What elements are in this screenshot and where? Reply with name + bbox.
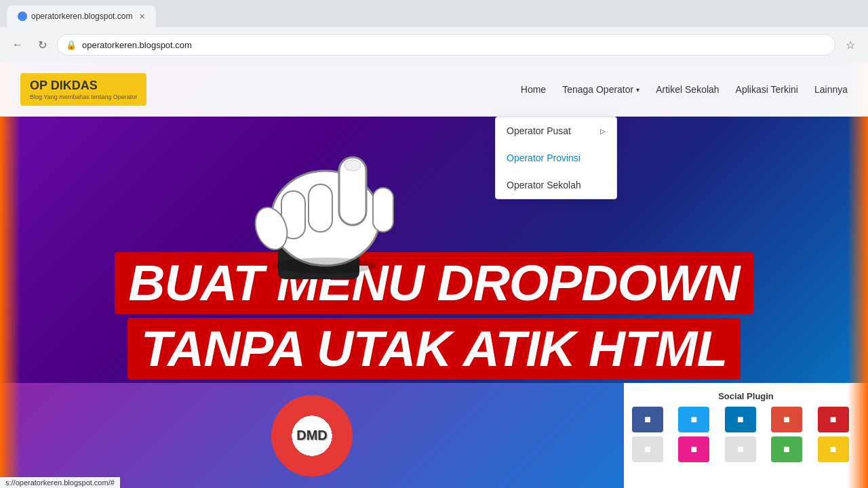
nav-home[interactable]: Home [521,84,546,95]
nav-artikel-sekolah[interactable]: Artikel Sekolah [656,84,719,95]
blog-navigation: Home Tenaga Operator ▾ Artikel Sekolah A… [521,84,848,95]
bottom-screenshots: DMD Social Plugin ■ ■ ■ ■ ■ [0,383,868,488]
video-title-overlay: BUAT MENU DROPDOWN TANPA UTAK ATIK HTML [0,252,868,380]
lock-icon: 🔒 [66,40,77,50]
back-button[interactable]: ← [8,35,27,54]
address-bar[interactable]: 🔒 operatorkeren.blogspot.com [57,34,835,56]
blog-header: OP DIKDAS Blog Yang membahas tentang Ope… [0,62,868,117]
social-icon-2-3[interactable]: ■ [725,436,756,462]
social-plugin-title: Social Plugin [632,391,860,401]
social-icon-twitter[interactable]: ■ [678,407,709,432]
status-bar: s://operatorkeren.blogspot.com/# [0,477,120,488]
nav-tenaga-operator[interactable]: Tenaga Operator ▾ [562,84,639,95]
social-icon-google[interactable]: ■ [771,407,802,432]
social-icon-facebook[interactable]: ■ [632,407,663,432]
blog-logo: OP DIKDAS Blog Yang membahas tentang Ope… [20,73,146,106]
nav-lainnya[interactable]: Lainnya [814,84,848,95]
video-container: OP DIKDAS Blog Yang membahas tentang Ope… [0,62,868,488]
expand-icon: ▷ [600,127,606,135]
social-icons-grid: ■ ■ ■ ■ ■ ■ ■ [632,407,860,462]
pinterest-icon: ■ [830,413,837,426]
nav-aplikasi-terkini[interactable]: Aplikasi Terkini [736,84,798,95]
whatsapp-icon: ■ [783,443,790,455]
imdb-icon: ■ [830,443,837,455]
dropdown-arrow-icon: ▾ [636,86,639,94]
facebook-icon: ■ [644,413,651,426]
logo-title: OP DIKDAS [30,79,137,94]
social-icon-whatsapp[interactable]: ■ [771,436,802,462]
svg-point-8 [275,258,376,274]
tab-favicon [18,12,27,21]
tab-title: operatorkeren.blogspot.com [31,12,132,21]
social-icon-imdb[interactable]: ■ [818,436,849,462]
bottom-right-screenshot: Social Plugin ■ ■ ■ ■ ■ ■ [624,383,868,488]
tab-bar: operatorkeren.blogspot.com × [7,0,156,27]
nav-tenaga-label: Tenaga Operator [562,84,633,95]
dropdown-item-label-sekolah: Operator Sekolah [507,180,581,190]
instagram-icon: ■ [691,443,698,455]
browser-toolbar: ← ↻ 🔒 operatorkeren.blogspot.com ☆ [0,27,868,62]
dropdown-item-label-pusat: Operator Pusat [507,125,571,136]
dropdown-item-operator-sekolah[interactable]: Operator Sekolah [496,171,616,199]
svg-point-7 [344,160,361,171]
title-line1: BUAT MENU DROPDOWN [115,252,753,314]
social-icon-instagram[interactable]: ■ [678,436,709,462]
browser-tab[interactable]: operatorkeren.blogspot.com × [7,5,156,27]
hand-cursor-graphic [217,117,434,293]
nav-dropdown-wrapper: Tenaga Operator ▾ [562,84,639,95]
linkedin-icon: ■ [737,413,744,426]
dropdown-item-operator-provinsi[interactable]: Operator Provinsi [496,144,616,171]
browser-titlebar: operatorkeren.blogspot.com × [0,0,868,27]
bookmark-star-button[interactable]: ☆ [841,35,860,54]
social-icon-pinterest[interactable]: ■ [818,407,849,432]
dropdown-item-operator-pusat[interactable]: Operator Pusat ▷ [496,117,616,144]
svg-rect-5 [373,188,393,232]
social-icon-2-1[interactable]: ■ [632,436,663,462]
misc-icon-1: ■ [644,443,651,455]
bottom-left-screenshot: DMD [0,383,624,488]
svg-rect-3 [309,184,332,232]
dmd-logo: DMD [271,395,353,476]
dropdown-item-label-provinsi: Operator Provinsi [507,152,580,163]
logo-subtitle: Blog Yang membahas tentang Operator [30,94,137,100]
social-icon-linkedin[interactable]: ■ [725,407,756,432]
refresh-button[interactable]: ↻ [33,35,52,54]
url-text: operatorkeren.blogspot.com [82,40,827,50]
google-icon: ■ [783,413,790,426]
tab-close-button[interactable]: × [139,11,144,22]
twitter-icon: ■ [691,413,698,426]
title-line2: TANPA UTAK ATIK HTML [127,318,741,380]
misc-icon-3: ■ [737,443,744,455]
browser-chrome: operatorkeren.blogspot.com × ← ↻ 🔒 opera… [0,0,868,62]
dropdown-menu: Operator Pusat ▷ Operator Provinsi Opera… [495,117,617,199]
